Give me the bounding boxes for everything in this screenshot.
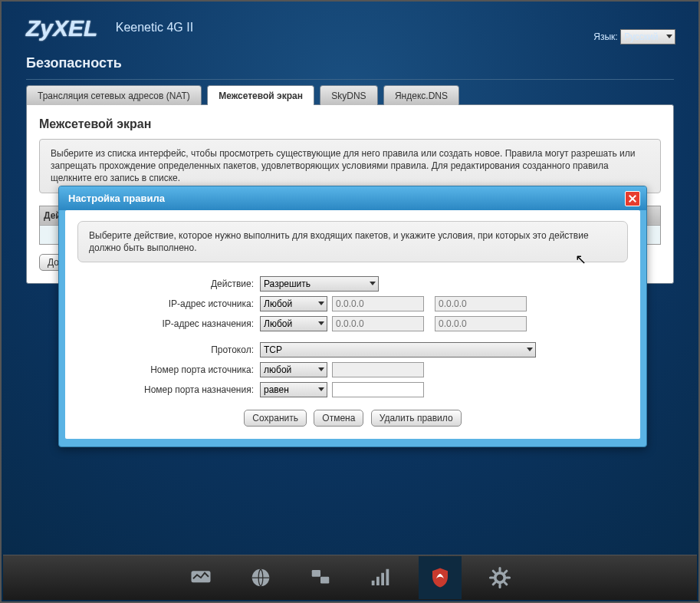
close-icon[interactable]	[625, 191, 640, 206]
nav-monitor-icon[interactable]	[179, 556, 222, 599]
src-ip-field-1[interactable]	[332, 296, 424, 311]
tab-skydns[interactable]: SkyDNS	[320, 85, 377, 105]
label-protocol: Протокол:	[77, 344, 254, 355]
dialog-title: Настройка правила	[68, 193, 165, 204]
section-title: Межсетевой экран	[39, 117, 661, 131]
language-select[interactable]: Русский	[620, 29, 675, 44]
label-dst-port: Номер порта назначения:	[77, 384, 254, 395]
page-title: Безопасность	[26, 55, 674, 80]
tab-firewall[interactable]: Межсетевой экран	[207, 85, 314, 105]
src-port-mode-select[interactable]: любой	[260, 362, 327, 377]
nav-globe-icon[interactable]	[239, 556, 282, 599]
language-selector: Язык: Русский	[593, 29, 675, 44]
svg-rect-6	[381, 573, 384, 585]
tab-bar: Трансляция сетевых адресов (NAT) Межсете…	[26, 84, 674, 104]
svg-rect-4	[371, 581, 374, 585]
save-button[interactable]: Сохранить	[244, 410, 307, 427]
src-ip-mode-select[interactable]: Любой	[260, 296, 327, 311]
bottom-nav	[3, 555, 697, 600]
svg-point-8	[497, 575, 503, 581]
nav-security-icon[interactable]	[419, 556, 462, 599]
label-src-ip: IP-адрес источника:	[77, 298, 254, 309]
dst-port-mode-select[interactable]: равен	[260, 382, 327, 397]
app-window: ZyXEL Keenetic 4G II Язык: Русский Безоп…	[0, 0, 700, 603]
dialog-title-bar: Настройка правила	[59, 186, 646, 210]
tab-yandexdns[interactable]: Яндекс.DNS	[383, 85, 459, 105]
action-select[interactable]: Разрешить	[260, 276, 379, 292]
dialog-body: Выберите действие, которое нужно выполни…	[65, 210, 640, 439]
svg-rect-2	[311, 570, 320, 577]
rule-dialog: Настройка правила Выберите действие, кот…	[58, 186, 647, 447]
dst-ip-mode-select[interactable]: Любой	[260, 316, 327, 331]
dst-ip-field-2[interactable]	[435, 316, 527, 331]
dst-ip-field-1[interactable]	[332, 316, 424, 331]
delete-rule-button[interactable]: Удалить правило	[371, 410, 462, 427]
header: ZyXEL Keenetic 4G II Язык: Русский Безоп…	[2, 2, 698, 104]
nav-network-icon[interactable]	[299, 556, 342, 599]
dialog-infobox: Выберите действие, которое нужно выполни…	[77, 221, 628, 262]
label-src-port: Номер порта источника:	[77, 364, 254, 375]
label-action: Действие:	[77, 278, 254, 289]
tab-nat[interactable]: Трансляция сетевых адресов (NAT)	[26, 85, 202, 105]
language-label: Язык:	[593, 31, 617, 42]
brand-logo: ZyXEL	[26, 15, 97, 41]
svg-rect-7	[386, 569, 389, 585]
src-port-field[interactable]	[332, 362, 424, 377]
protocol-select[interactable]: TCP	[260, 342, 536, 358]
dst-port-field[interactable]	[332, 382, 424, 397]
svg-rect-5	[376, 577, 380, 585]
nav-signal-icon[interactable]	[359, 556, 402, 599]
product-name: Keenetic 4G II	[116, 21, 193, 35]
dialog-actions: Сохранить Отмена Удалить правило	[77, 410, 628, 427]
svg-rect-3	[320, 577, 329, 584]
label-dst-ip: IP-адрес назначения:	[77, 318, 254, 329]
cancel-button[interactable]: Отмена	[314, 410, 363, 427]
nav-settings-icon[interactable]	[478, 556, 521, 599]
src-ip-field-2[interactable]	[435, 296, 527, 311]
section-infobox: Выберите из списка интерфейс, чтобы прос…	[39, 139, 661, 193]
